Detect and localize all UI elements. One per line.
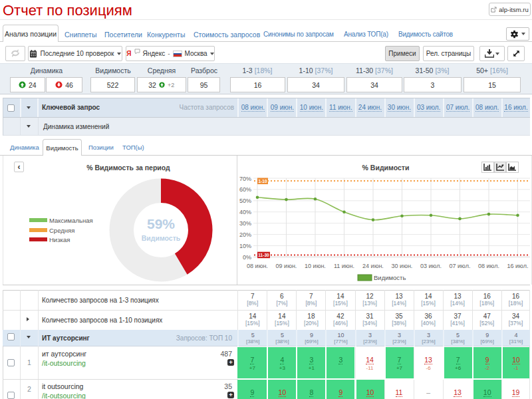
- svg-text:Видимость: Видимость: [142, 234, 181, 242]
- svg-text:11 июн.: 11 июн.: [334, 263, 354, 269]
- svg-text:10 июн.: 10 июн.: [305, 263, 326, 269]
- svg-text:60%: 60%: [239, 186, 251, 193]
- svg-text:30 июн.: 30 июн.: [392, 263, 413, 269]
- svg-text:30%: 30%: [239, 220, 251, 227]
- svg-text:70%: 70%: [239, 176, 251, 182]
- svg-text:50%: 50%: [239, 198, 251, 204]
- svg-text:08 июл.: 08 июл.: [478, 263, 499, 269]
- svg-text:24 июн.: 24 июн.: [362, 263, 384, 269]
- svg-text:20%: 20%: [239, 231, 251, 238]
- svg-text:07 июл.: 07 июл.: [450, 263, 471, 269]
- svg-text:59%: 59%: [147, 216, 175, 231]
- svg-text:11-30: 11-30: [258, 253, 269, 257]
- svg-text:0%: 0%: [243, 254, 251, 261]
- svg-text:1-10: 1-10: [258, 179, 267, 184]
- svg-text:40%: 40%: [239, 209, 251, 215]
- svg-text:Видимость: Видимость: [374, 274, 406, 281]
- svg-text:03 июл.: 03 июл.: [420, 263, 442, 269]
- svg-text:16 июл.: 16 июл.: [507, 263, 529, 269]
- svg-text:08 июн.: 08 июн.: [247, 263, 268, 269]
- svg-text:09 июн.: 09 июн.: [276, 263, 297, 269]
- svg-text:10%: 10%: [239, 243, 251, 249]
